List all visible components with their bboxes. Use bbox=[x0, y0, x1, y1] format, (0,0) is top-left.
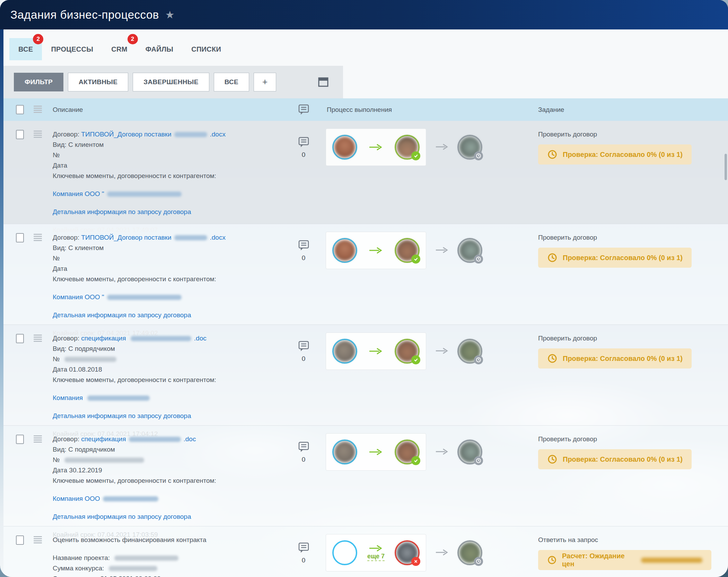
document-link[interactable]: спецификация bbox=[81, 435, 126, 443]
row-checkbox[interactable] bbox=[16, 334, 24, 343]
select-all-checkbox[interactable] bbox=[16, 105, 24, 114]
initiator-avatar[interactable] bbox=[332, 135, 357, 160]
document-link[interactable]: спецификация bbox=[81, 335, 128, 342]
comments-icon[interactable] bbox=[298, 542, 309, 553]
waiting-user-avatar[interactable] bbox=[457, 339, 482, 364]
row-menu-icon[interactable] bbox=[34, 435, 42, 526]
company-link[interactable]: Компания ООО " bbox=[53, 190, 104, 197]
detail-info-link[interactable]: Детальная информация по запросу договора bbox=[53, 311, 191, 319]
row-menu-icon[interactable] bbox=[34, 536, 42, 577]
tab-files[interactable]: ФАЙЛЫ bbox=[137, 38, 183, 60]
row-title: Оценить возможность финансирования контр… bbox=[53, 535, 285, 545]
document-ext-link[interactable]: .docx bbox=[210, 131, 226, 138]
table-row: Договор: спецификация .doc Вид: С подряд… bbox=[3, 325, 728, 425]
key-moments-label: Ключевые моменты, договоренности с контр… bbox=[53, 476, 285, 486]
comments-icon[interactable] bbox=[298, 137, 309, 148]
task-status-badge[interactable]: Проверка: Согласовало 0% (0 из 1) bbox=[538, 449, 692, 469]
page-title: Задания бизнес-процессов bbox=[10, 8, 159, 21]
table-row: Договор: ТИПОВОЙ_Договор поставки.docx В… bbox=[3, 121, 728, 224]
waiting-clock-icon bbox=[474, 557, 483, 566]
document-ext-link[interactable]: .doc bbox=[184, 435, 196, 443]
completed-filter-button[interactable]: ЗАВЕРШЕННЫЕ bbox=[133, 73, 209, 91]
process-participants-box: еще 7 bbox=[326, 534, 426, 571]
row-checkbox[interactable] bbox=[16, 535, 24, 545]
more-participants-link[interactable]: еще 7 bbox=[367, 552, 385, 561]
scrollbar-thumb[interactable] bbox=[725, 154, 727, 180]
process-arrow-icon bbox=[369, 347, 383, 355]
next-step-arrow-icon bbox=[435, 448, 449, 455]
active-filter-button[interactable]: АКТИВНЫЕ bbox=[68, 73, 128, 91]
contract-date: Дата 30.12.2019 bbox=[53, 465, 285, 476]
detail-info-link[interactable]: Детальная информация по запросу договора bbox=[53, 513, 191, 520]
status-text: Проверка: Согласовало 0% (0 из 1) bbox=[563, 355, 683, 363]
tab-all[interactable]: ВСЕ 2 bbox=[9, 38, 42, 60]
status-clock-icon bbox=[547, 454, 558, 464]
row-checkbox[interactable] bbox=[16, 435, 24, 444]
all-filter-button[interactable]: ВСЕ bbox=[214, 73, 249, 91]
redacted-text bbox=[103, 496, 158, 501]
add-filter-button[interactable]: + bbox=[254, 73, 276, 91]
approver-avatar[interactable] bbox=[395, 135, 420, 160]
document-ext-link[interactable]: .doc bbox=[194, 335, 207, 342]
row-menu-icon[interactable] bbox=[34, 335, 42, 425]
tab-lists[interactable]: СПИСКИ bbox=[182, 38, 230, 60]
task-status-badge[interactable]: Проверка: Согласовало 0% (0 из 1) bbox=[538, 144, 692, 165]
favorite-star-icon[interactable]: ★ bbox=[165, 9, 175, 21]
comments-count: 0 bbox=[285, 456, 322, 463]
comments-count: 0 bbox=[285, 254, 322, 262]
detail-info-link[interactable]: Детальная информация по запросу договора bbox=[53, 208, 191, 215]
company-link[interactable]: Компания ООО bbox=[53, 495, 100, 502]
comments-icon[interactable] bbox=[298, 442, 309, 452]
redacted-text bbox=[174, 235, 207, 240]
sort-handle-icon[interactable] bbox=[34, 106, 42, 114]
waiting-user-avatar[interactable] bbox=[457, 135, 482, 160]
app-window: Задания бизнес-процессов ★ ВСЕ 2 ПРОЦЕСС… bbox=[0, 0, 728, 577]
waiting-clock-icon bbox=[474, 151, 483, 160]
contract-number: № bbox=[53, 456, 62, 463]
task-status-badge[interactable]: Проверка: Согласовало 0% (0 из 1) bbox=[538, 348, 692, 369]
tab-crm[interactable]: CRM 2 bbox=[102, 38, 136, 60]
company-link[interactable]: Компания ООО " bbox=[53, 293, 104, 301]
document-link[interactable]: ТИПОВОЙ_Договор поставки bbox=[81, 234, 171, 241]
task-status-badge[interactable]: Расчет: Ожидание цен bbox=[538, 550, 711, 570]
initiator-avatar[interactable] bbox=[332, 238, 357, 263]
contract-kind: Вид: С клиентом bbox=[53, 140, 285, 150]
filter-button[interactable]: ФИЛЬТР bbox=[14, 73, 63, 91]
contract-kind: Вид: С подрядчиком bbox=[53, 444, 285, 455]
document-link[interactable]: ТИПОВОЙ_Договор поставки bbox=[81, 131, 171, 138]
comments-column-icon bbox=[298, 104, 309, 115]
approver-avatar[interactable] bbox=[395, 339, 420, 364]
task-status-badge[interactable]: Проверка: Согласовало 0% (0 из 1) bbox=[538, 248, 692, 268]
rejector-avatar[interactable] bbox=[395, 540, 420, 565]
approver-avatar[interactable] bbox=[395, 440, 420, 464]
row-title: Договор: спецификация.doc bbox=[53, 434, 285, 444]
waiting-user-avatar[interactable] bbox=[457, 238, 482, 263]
approver-avatar[interactable] bbox=[395, 238, 420, 263]
view-settings-icon[interactable] bbox=[318, 77, 328, 87]
row-menu-icon[interactable] bbox=[34, 131, 42, 224]
comments-icon[interactable] bbox=[298, 240, 309, 251]
tab-processes[interactable]: ПРОЦЕССЫ bbox=[42, 38, 102, 60]
contract-kind: Вид: С подрядчиком bbox=[53, 344, 285, 354]
row-checkbox[interactable] bbox=[16, 233, 24, 242]
redacted-text bbox=[131, 336, 191, 341]
next-step-arrow-icon bbox=[435, 246, 449, 254]
tab-crm-label: CRM bbox=[111, 45, 127, 53]
company-link[interactable]: Компания bbox=[53, 394, 85, 401]
row-menu-icon[interactable] bbox=[34, 234, 42, 325]
col-task-label: Задание bbox=[538, 106, 564, 114]
contract-number: № bbox=[53, 355, 62, 363]
detail-info-link[interactable]: Детальная информация по запросу договора bbox=[53, 412, 191, 419]
row-checkbox[interactable] bbox=[16, 130, 24, 139]
waiting-user-avatar[interactable] bbox=[457, 440, 482, 464]
initiator-avatar[interactable] bbox=[332, 339, 357, 364]
waiting-user-avatar[interactable] bbox=[457, 540, 482, 565]
process-arrow-icon bbox=[369, 247, 383, 254]
status-clock-icon bbox=[547, 353, 558, 364]
rejected-x-icon bbox=[411, 557, 420, 566]
initiator-avatar[interactable] bbox=[332, 540, 357, 565]
initiator-avatar[interactable] bbox=[332, 440, 357, 464]
document-ext-link[interactable]: .docx bbox=[210, 234, 226, 241]
key-moments-label: Ключевые моменты, договоренности с контр… bbox=[53, 274, 285, 284]
comments-icon[interactable] bbox=[298, 341, 309, 352]
